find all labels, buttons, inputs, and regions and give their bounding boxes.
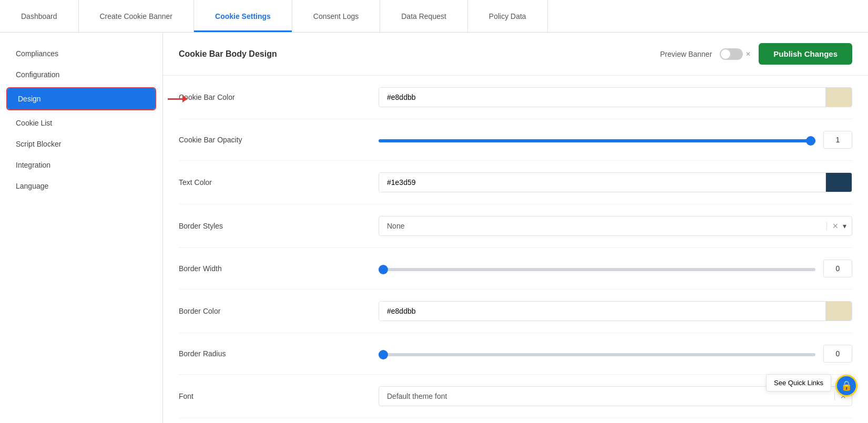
preview-banner-label: Preview Banner <box>660 50 712 58</box>
opacity-slider[interactable] <box>379 139 815 142</box>
main-layout: Compliances Configuration Design Cookie … <box>0 33 868 423</box>
text-color-input[interactable] <box>379 173 825 192</box>
form-row-border-styles: Border Styles None ✕ ▾ <box>179 204 852 248</box>
sidebar: Compliances Configuration Design Cookie … <box>0 33 163 423</box>
chevron-down-icon[interactable]: ▾ <box>843 222 846 230</box>
form-row-cookie-bar-opacity: Cookie Bar Opacity 1 <box>179 119 852 161</box>
sidebar-item-design[interactable]: Design <box>7 88 155 109</box>
border-styles-actions: ✕ ▾ <box>826 222 852 230</box>
sidebar-item-language[interactable]: Language <box>0 176 162 197</box>
text-color-swatch[interactable] <box>825 173 852 192</box>
label-cookie-bar-color: Cookie Bar Color <box>179 93 379 101</box>
content-area: Cookie Bar Body Design Preview Banner ✕ … <box>163 33 868 423</box>
control-cookie-bar-opacity: 1 <box>379 131 852 149</box>
control-border-width: 0 <box>379 260 852 277</box>
label-cookie-bar-opacity: Cookie Bar Opacity <box>179 136 379 144</box>
form-row-border-radius: Border Radius 0 <box>179 333 852 375</box>
cookie-bar-color-swatch[interactable] <box>825 88 852 107</box>
border-width-slider-wrapper <box>379 264 815 273</box>
cookie-bar-color-input-group <box>379 87 852 107</box>
see-quick-links-button[interactable]: See Quick Links <box>766 374 831 391</box>
opacity-slider-group: 1 <box>379 131 852 149</box>
control-cookie-bar-color <box>379 87 852 107</box>
sidebar-item-configuration[interactable]: Configuration <box>0 64 162 85</box>
sidebar-item-integration[interactable]: Integration <box>0 154 162 176</box>
form-row-cookie-bar-color: Cookie Bar Color <box>179 76 852 119</box>
border-width-slider-group: 0 <box>379 260 852 277</box>
preview-banner-toggle-container: ✕ <box>720 48 751 60</box>
label-border-color: Border Color <box>179 307 379 315</box>
toggle-knob <box>721 49 730 59</box>
border-radius-value: 0 <box>823 345 852 363</box>
border-color-swatch[interactable] <box>825 302 852 321</box>
border-width-value: 0 <box>823 260 852 277</box>
control-border-color <box>379 301 852 321</box>
top-navigation: Dashboard Create Cookie Banner Cookie Se… <box>0 0 868 33</box>
cookie-bar-color-input[interactable] <box>379 88 825 107</box>
sidebar-item-script-blocker[interactable]: Script Blocker <box>0 133 162 154</box>
label-border-radius: Border Radius <box>179 349 379 358</box>
control-text-color <box>379 172 852 192</box>
border-color-input-group <box>379 301 852 321</box>
label-border-width: Border Width <box>179 264 379 273</box>
border-styles-select[interactable]: None ✕ ▾ <box>379 216 852 236</box>
form-row-upload-logo: Upload Logo ⓘ Add Image Remove Image <box>179 418 852 423</box>
publish-changes-button[interactable]: Publish Changes <box>759 43 852 65</box>
lock-icon: 🔒 <box>841 380 852 391</box>
content-header: Cookie Bar Body Design Preview Banner ✕ … <box>163 33 868 76</box>
border-styles-value: None <box>379 216 826 235</box>
border-width-slider[interactable] <box>379 268 815 271</box>
border-color-input[interactable] <box>379 302 825 321</box>
preview-banner-toggle[interactable] <box>720 48 743 60</box>
tab-consent-logs[interactable]: Consent Logs <box>292 0 380 32</box>
tab-data-request[interactable]: Data Request <box>380 0 468 32</box>
text-color-input-group <box>379 172 852 192</box>
control-border-styles: None ✕ ▾ <box>379 216 852 236</box>
tab-cookie-settings[interactable]: Cookie Settings <box>194 0 292 32</box>
toggle-x-icon: ✕ <box>746 50 751 58</box>
form-row-font: Font Default theme font ✕ <box>179 375 852 418</box>
form-row-border-color: Border Color <box>179 290 852 333</box>
label-border-styles: Border Styles <box>179 222 379 230</box>
form-content: Cookie Bar Color Cookie Bar Opacity <box>163 76 868 423</box>
border-radius-slider-group: 0 <box>379 345 852 363</box>
lock-badge[interactable]: 🔒 <box>835 375 857 397</box>
label-text-color: Text Color <box>179 178 379 187</box>
label-font: Font <box>179 392 379 400</box>
border-radius-slider-wrapper <box>379 349 815 358</box>
sidebar-item-cookie-list[interactable]: Cookie List <box>0 112 162 133</box>
form-row-text-color: Text Color <box>179 161 852 204</box>
form-row-border-width: Border Width 0 <box>179 248 852 290</box>
opacity-value: 1 <box>823 131 852 149</box>
tab-policy-data[interactable]: Policy Data <box>468 0 548 32</box>
design-arrow-indicator <box>168 95 188 102</box>
header-right: Preview Banner ✕ Publish Changes <box>660 43 852 65</box>
page-title: Cookie Bar Body Design <box>179 49 277 59</box>
border-radius-slider[interactable] <box>379 353 815 356</box>
border-styles-clear-icon[interactable]: ✕ <box>832 222 839 230</box>
tab-create-cookie-banner[interactable]: Create Cookie Banner <box>79 0 195 32</box>
sidebar-item-compliances[interactable]: Compliances <box>0 43 162 64</box>
opacity-slider-wrapper <box>379 136 815 144</box>
tab-dashboard[interactable]: Dashboard <box>0 0 79 32</box>
control-border-radius: 0 <box>379 345 852 363</box>
